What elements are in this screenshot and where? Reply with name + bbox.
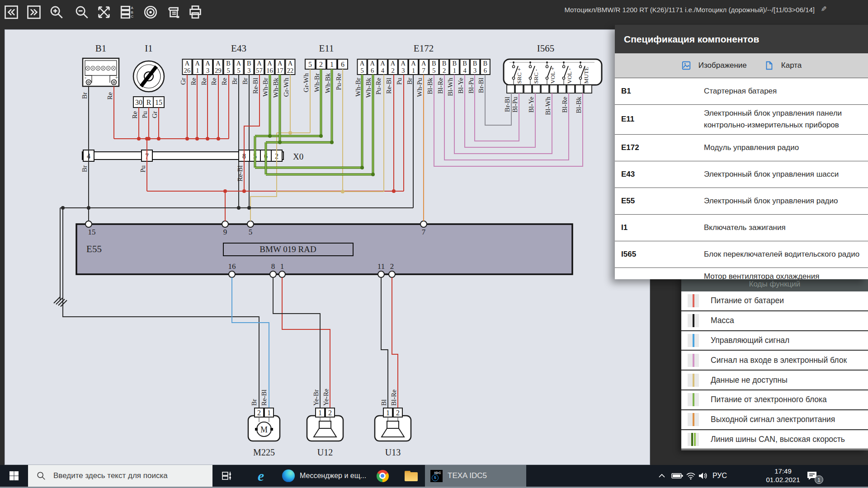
component-e55-radio-ecu[interactable]: E55BMW 019 RAD159571681112 <box>76 221 572 277</box>
svg-text:E43: E43 <box>231 43 246 54</box>
svg-text:Re: Re <box>200 78 208 85</box>
internet-explorer-icon[interactable]: e <box>251 465 270 487</box>
tray-time: 17:49 <box>774 467 792 476</box>
texa-idc5-icon: IDC 5 <box>430 470 443 482</box>
component-code: E55 <box>615 197 704 206</box>
svg-text:E55: E55 <box>86 244 102 254</box>
tray-date: 01.02.2021 <box>766 476 800 484</box>
report-button[interactable] <box>165 3 183 21</box>
component-list-button[interactable]: ABC <box>118 3 136 21</box>
tab-image[interactable]: Изображение <box>681 61 747 70</box>
svg-text:Gr: Gr <box>151 111 158 118</box>
svg-text:A: A <box>411 60 416 67</box>
spec-row-B1[interactable]: B1Стартерная батарея <box>615 78 868 105</box>
svg-text:Br: Br <box>81 92 88 99</box>
print-button[interactable] <box>186 3 204 21</box>
tray-volume[interactable] <box>696 465 710 487</box>
tray-battery[interactable] <box>670 465 684 487</box>
svg-text:15: 15 <box>88 228 96 236</box>
tab-map[interactable]: Карта <box>764 61 802 70</box>
component-m225-fan-motor[interactable]: 21MM225BrRe-Bl <box>248 389 280 457</box>
component-u12-front-left-speaker[interactable]: 12U12Ye-BrYe-Re <box>307 389 343 457</box>
taskbar-item-texa-idc5[interactable]: IDC 5 TEXA IDC5 <box>425 465 526 487</box>
forward-icon <box>26 5 42 20</box>
svg-text:Br-Bl: Br-Bl <box>477 78 485 93</box>
svg-text:Br-Bl: Br-Bl <box>504 97 511 112</box>
svg-text:SRC -: SRC - <box>533 69 539 84</box>
spec-row-I565[interactable]: I565Блок переключателей водительского ра… <box>615 241 868 268</box>
svg-text:16: 16 <box>266 67 273 74</box>
search-input[interactable] <box>52 471 203 481</box>
component-i565-radio-switches[interactable]: SRC +SRC -VOL +VOL -MUTEBr-BlBl-PuBl-YeB… <box>504 59 602 115</box>
svg-text:3: 3 <box>206 67 209 74</box>
svg-text:A: A <box>205 60 210 67</box>
svg-text:1: 1 <box>280 262 284 271</box>
fit-screen-button[interactable] <box>95 3 113 21</box>
svg-text:17: 17 <box>277 67 283 74</box>
legend-row: Данные не доступны <box>681 371 868 390</box>
legend-color-swatch <box>688 374 699 387</box>
svg-text:VOL -: VOL - <box>566 68 573 84</box>
search-box[interactable] <box>28 465 212 487</box>
svg-text:Bl-Re: Bl-Re <box>561 97 568 113</box>
legend-row: Линия шины CAN, высокая скорость <box>681 430 868 450</box>
svg-text:3: 3 <box>247 67 250 74</box>
component-code: E172 <box>615 143 704 152</box>
tray-expand-chevron[interactable] <box>656 465 668 487</box>
svg-text:Wh-Br: Wh-Br <box>354 78 362 97</box>
tray-wifi[interactable] <box>684 465 697 487</box>
svg-text:Gr: Gr <box>179 78 187 85</box>
zoom-out-button[interactable] <box>73 3 91 21</box>
svg-text:M225: M225 <box>253 447 275 457</box>
task-view-button[interactable] <box>218 465 236 487</box>
notification-button[interactable]: 1 <box>804 465 820 487</box>
component-b1-battery[interactable]: -+BrRe <box>81 58 119 100</box>
taskbar-item-messenger[interactable]: Мессенджер и ещ... <box>277 465 372 487</box>
start-button[interactable] <box>0 465 28 487</box>
task-view-icon <box>222 470 232 481</box>
target-button[interactable] <box>142 3 160 21</box>
legend-color-swatch <box>688 393 699 406</box>
back-button[interactable] <box>2 3 20 21</box>
zoom-in-button[interactable] <box>47 3 66 21</box>
messenger-label: Мессенджер и ещ... <box>300 472 366 480</box>
svg-text:Bl: Bl <box>380 399 387 406</box>
forward-button[interactable] <box>25 3 43 21</box>
svg-text:1: 1 <box>318 409 322 417</box>
spec-row-E11[interactable]: E11Электронный блок управления панели ко… <box>615 105 868 135</box>
wiring-diagram-canvas[interactable]: B1I1E43E11E172I565-+BrRe30R15RePuGrA26Gr… <box>5 30 650 465</box>
wifi-icon <box>686 472 696 480</box>
svg-text:BMW 019 RAD: BMW 019 RAD <box>259 244 316 254</box>
print-icon <box>188 5 203 20</box>
svg-text:8: 8 <box>271 262 275 271</box>
svg-text:22: 22 <box>287 67 294 74</box>
file-explorer-icon[interactable] <box>401 465 420 487</box>
tray-language[interactable]: РУС <box>711 465 729 487</box>
spec-row-E43[interactable]: E43Электронный блок управления шасси <box>615 161 868 188</box>
tray-clock[interactable]: 17:49 01.02.2021 <box>763 465 803 487</box>
component-i1-ignition-switch[interactable]: 30R15RePuGr <box>131 61 164 119</box>
connector-e11[interactable]: 5Gr-Wh2Wh-Br1Wh-Bk6Pu-Re <box>302 59 348 93</box>
wiring-diagram-area[interactable]: B1I1E43E11E172I565-+BrRe30R15RePuGrA26Gr… <box>5 29 650 465</box>
spec-row-E172[interactable]: E172Модуль управления радио <box>615 135 868 161</box>
svg-text:Re: Re <box>210 78 217 85</box>
back-icon <box>4 5 19 20</box>
zoom-out-icon <box>74 5 90 20</box>
svg-text:Pu: Pu <box>141 111 148 118</box>
svg-text:A: A <box>391 60 396 67</box>
spec-row-E55[interactable]: E55Электронный блок управления радио <box>615 188 868 215</box>
svg-text:A: A <box>360 60 365 67</box>
chrome-icon[interactable] <box>373 465 392 487</box>
legend-label: Сигнал на входе в электронный блок <box>711 356 847 365</box>
spec-row-M225[interactable]: M225Мотор вентилятора охлаждения электро… <box>615 268 868 279</box>
svg-text:I1: I1 <box>145 43 153 54</box>
edit-pencil-icon[interactable]: ✎ <box>819 6 828 12</box>
spec-row-I1[interactable]: I1Включатель зажигания <box>615 215 868 241</box>
svg-text:5: 5 <box>227 67 230 74</box>
junction-x0[interactable]: 478562X0BrPuRe-Bl <box>81 150 303 182</box>
legend-label: Управляющий сигнал <box>711 336 789 345</box>
svg-text:Ye-Br: Ye-Br <box>312 389 320 406</box>
svg-text:SRC +: SRC + <box>516 68 523 84</box>
connector-e172[interactable]: A5Wh-BrA6Wh-BkA4Pu-ReA2Re-BlA3PuA1BrA7Wh… <box>354 59 490 98</box>
component-u13-speaker[interactable]: 12U13BlBl-Re <box>375 389 411 457</box>
